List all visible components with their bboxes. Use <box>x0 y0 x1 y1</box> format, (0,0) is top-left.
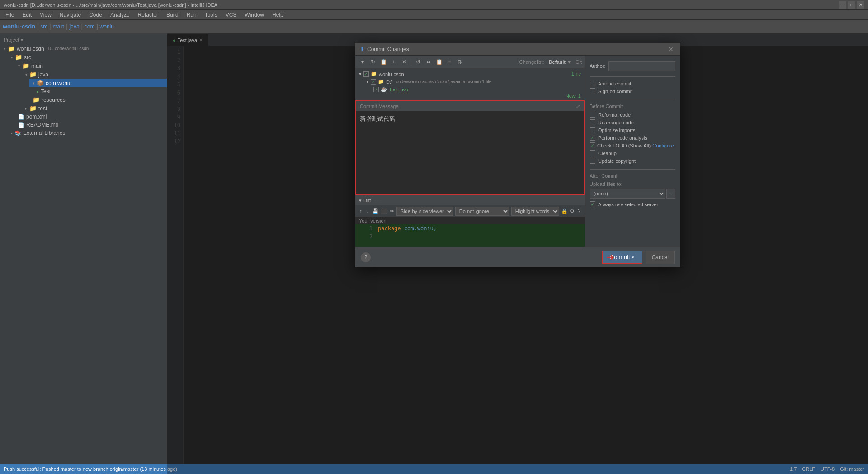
sidebar-item-com-woniu[interactable]: ▾ 📦 com.woniu <box>29 79 167 87</box>
menu-window[interactable]: Window <box>241 11 268 19</box>
sidebar-item-readme[interactable]: 📄 README.md <box>14 121 167 129</box>
minimize-button[interactable]: ─ <box>839 1 846 9</box>
sidebar-item-external-libraries[interactable]: ▸ 📚 External Libraries <box>7 129 167 137</box>
diff-save-btn[interactable]: 💾 <box>372 207 379 216</box>
sidebar-item-root[interactable]: ▾ 📁 woniu-csdn D...code\woniu-csdn <box>0 44 167 53</box>
author-input[interactable] <box>608 61 675 71</box>
dialog-right-panel: Author: Amend commit <box>585 56 680 247</box>
resources-label: resources <box>42 97 66 103</box>
sidebar-item-test-folder[interactable]: ▸ 📁 test <box>22 104 167 113</box>
close-button[interactable]: ✕ <box>857 1 864 9</box>
file-list: ▾ ✓ 📁 woniu-csdn 1 file ▾ ✓ 📁 D:\ <box>355 68 585 100</box>
commit-msg-expand-btn[interactable]: ⤢ <box>576 104 580 109</box>
update-copyright-checkbox[interactable] <box>590 158 595 164</box>
file-item-folder[interactable]: ▾ ✓ 📁 D:\ code\woniu-csdn\src\main\java\… <box>355 78 585 85</box>
menu-tools[interactable]: Tools <box>201 11 221 19</box>
update-copyright-row[interactable]: Update copyright <box>590 158 675 164</box>
toolbar-history-btn[interactable]: 📋 <box>434 57 443 66</box>
menu-view[interactable]: View <box>36 11 55 19</box>
rearrange-row[interactable]: Rearrange code <box>590 119 675 125</box>
commit-dropdown-icon: ▾ <box>632 255 634 260</box>
upload-dots-button[interactable]: ··· <box>666 189 675 199</box>
menu-edit[interactable]: Edit <box>19 11 35 19</box>
menu-analyze[interactable]: Analyze <box>107 11 133 19</box>
menu-build[interactable]: Build <box>163 11 182 19</box>
sidebar-item-test[interactable]: ● Test <box>0 87 167 95</box>
diff-settings-btn[interactable]: ⚙ <box>570 207 575 216</box>
toolbar-expand-btn[interactable]: ▾ <box>358 57 367 66</box>
src-label: src <box>40 24 47 30</box>
reformat-checkbox[interactable] <box>590 112 595 118</box>
signoff-checkbox[interactable] <box>590 88 595 94</box>
toolbar-stage-btn[interactable]: 📋 <box>379 57 388 66</box>
toolbar-revert-btn[interactable]: ↺ <box>414 57 423 66</box>
highlight-select[interactable]: Highlight words Highlight chars No highl… <box>511 207 559 216</box>
optimize-checkbox[interactable] <box>590 127 595 133</box>
toolbar-sort-btn[interactable]: ⇅ <box>455 57 464 66</box>
menu-code[interactable]: Code <box>85 11 106 19</box>
java-file-icon2: ☕ <box>381 86 387 92</box>
sidebar-item-main[interactable]: ▾ 📁 main <box>14 62 167 70</box>
file-checkbox[interactable]: ✓ <box>373 87 379 92</box>
diff-up-btn[interactable]: ↑ <box>358 207 363 216</box>
sidebar-item-src[interactable]: ▾ 📁 src <box>7 53 167 62</box>
test-label: Test <box>41 88 51 95</box>
diff-help-btn[interactable]: ? <box>576 207 582 216</box>
upload-select[interactable]: (none) <box>590 189 665 199</box>
file-item-root[interactable]: ▾ ✓ 📁 woniu-csdn 1 file <box>355 70 585 78</box>
folder-suffix: code\woniu-csdn\src\main\java\com\woniu … <box>396 79 491 84</box>
sidebar-item-java[interactable]: ▾ 📁 java <box>22 70 167 79</box>
ignore-select[interactable]: Do not ignore Ignore whitespace <box>455 207 509 216</box>
root-checkbox[interactable]: ✓ <box>363 71 369 77</box>
menu-refactor[interactable]: Refactor <box>134 11 162 19</box>
menu-vcs[interactable]: VCS <box>222 11 241 19</box>
dialog-close-button[interactable]: ✕ <box>666 46 675 53</box>
cleanup-row[interactable]: Cleanup <box>590 150 675 156</box>
amend-row[interactable]: Amend commit <box>590 81 675 86</box>
project-label: woniu-csdn <box>3 23 35 30</box>
always-use-server-row[interactable]: ✓ Always use selected server <box>590 201 675 207</box>
folder-checkbox[interactable]: ✓ <box>371 79 376 85</box>
sidebar-item-pom[interactable]: 📄 pom.xml <box>14 113 167 121</box>
menu-file[interactable]: File <box>2 11 18 19</box>
diff-down-btn[interactable]: ↓ <box>365 207 371 216</box>
diff-lock-btn[interactable]: 🔒 <box>561 207 568 216</box>
toolbar-refresh-btn[interactable]: ↻ <box>368 57 377 66</box>
commit-icon: ⬆ <box>360 46 364 52</box>
check-todo-row[interactable]: ✓ Check TODO (Show All) Configure <box>590 142 675 148</box>
toolbar-remove-btn[interactable]: ✕ <box>400 57 409 66</box>
amend-checkbox[interactable] <box>590 81 595 86</box>
configure-link[interactable]: Configure <box>652 143 674 148</box>
rearrange-checkbox[interactable] <box>590 119 595 125</box>
toolbar-filter-btn[interactable]: ≡ <box>445 57 454 66</box>
perform-code-row[interactable]: ✓ Perform code analysis <box>590 135 675 141</box>
help-button[interactable]: ? <box>361 252 371 262</box>
toolbar-add-btn[interactable]: + <box>389 57 398 66</box>
java-label: java <box>70 24 80 30</box>
viewer-select[interactable]: Side-by-side viewer Inline viewer <box>396 207 453 216</box>
diff-open-btn[interactable]: ⬛ <box>381 207 387 216</box>
always-use-server-checkbox[interactable]: ✓ <box>590 201 595 207</box>
reformat-row[interactable]: Reformat code <box>590 112 675 118</box>
main-toolbar: woniu-csdn | src | main | java | com | w… <box>0 20 868 33</box>
main-layout: Project ▾ ▾ 📁 woniu-csdn D...code\woniu-… <box>0 33 868 474</box>
signoff-row[interactable]: Sign-off commit <box>590 88 675 94</box>
commit-message-input[interactable]: 新增测试代码 <box>356 111 584 193</box>
toolbar-diff-btn[interactable]: ⇔ <box>424 57 433 66</box>
cleanup-checkbox[interactable] <box>590 150 595 156</box>
sidebar-dropdown-icon[interactable]: ▾ <box>21 38 23 43</box>
menu-help[interactable]: Help <box>269 11 287 19</box>
check-todo-checkbox[interactable]: ✓ <box>590 142 595 148</box>
perform-code-checkbox[interactable]: ✓ <box>590 135 595 141</box>
sidebar-item-resources[interactable]: 📁 resources <box>29 95 167 104</box>
src-folder-icon: 📁 <box>15 54 22 61</box>
menu-navigate[interactable]: Navigate <box>56 11 85 19</box>
file-item-testjava[interactable]: ✓ ☕ Test.java <box>355 85 585 93</box>
diff-edit-btn[interactable]: ✏ <box>389 207 395 216</box>
cancel-button[interactable]: Cancel <box>646 251 675 264</box>
optimize-row[interactable]: Optimize imports <box>590 127 675 133</box>
line-num-1: 1 <box>359 225 373 232</box>
menu-run[interactable]: Run <box>183 11 200 19</box>
maximize-button[interactable]: □ <box>848 1 855 9</box>
folder-tree-arrow: ▾ <box>366 79 369 85</box>
